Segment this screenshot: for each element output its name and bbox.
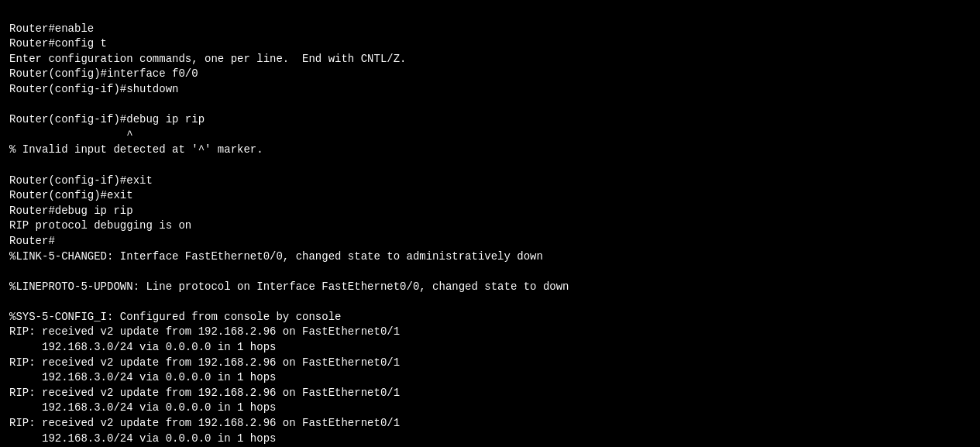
terminal-line: Router(config)#exit: [9, 188, 971, 204]
terminal-line: [9, 264, 971, 280]
terminal-line: RIP: received v2 update from 192.168.2.9…: [9, 356, 971, 371]
terminal-line: [9, 98, 971, 113]
terminal-line: 192.168.3.0/24 via 0.0.0.0 in 1 hops: [9, 370, 971, 386]
terminal-line: Router(config-if)#shutdown: [9, 82, 971, 98]
terminal-line: RIP: received v2 update from 192.168.2.9…: [9, 386, 971, 401]
terminal-line: Enter configuration commands, one per li…: [9, 52, 971, 67]
terminal-line: %LINK-5-CHANGED: Interface FastEthernet0…: [9, 249, 971, 265]
terminal-line: RIP: received v2 update from 192.168.2.9…: [9, 325, 971, 340]
terminal-line: Router#debug ip rip: [9, 204, 971, 219]
terminal-line: %LINEPROTO-5-UPDOWN: Line protocol on In…: [9, 280, 971, 295]
terminal-line: 192.168.3.0/24 via 0.0.0.0 in 1 hops: [9, 340, 971, 356]
terminal-line: Router(config-if)#debug ip rip: [9, 112, 971, 128]
terminal-line: %SYS-5-CONFIG_I: Configured from console…: [9, 310, 971, 325]
terminal-line: Router(config-if)#exit: [9, 174, 971, 189]
terminal-line: Router#config t: [9, 36, 971, 52]
terminal-line: [9, 158, 971, 174]
terminal-line: [9, 294, 971, 310]
terminal-line: 192.168.3.0/24 via 0.0.0.0 in 1 hops: [9, 401, 971, 416]
terminal-line: % Invalid input detected at '^' marker.: [9, 143, 971, 158]
terminal-line: Router(config)#interface f0/0: [9, 67, 971, 82]
terminal-line: Router#: [9, 234, 971, 249]
terminal-line: Router#enable: [9, 22, 971, 37]
terminal-output: Router#enableRouter#config tEnter config…: [9, 6, 971, 447]
terminal-line: ^: [9, 128, 971, 143]
terminal-line: RIP protocol debugging is on: [9, 218, 971, 234]
terminal-line: RIP: received v2 update from 192.168.2.9…: [9, 416, 971, 432]
terminal-line: 192.168.3.0/24 via 0.0.0.0 in 1 hops: [9, 432, 971, 447]
